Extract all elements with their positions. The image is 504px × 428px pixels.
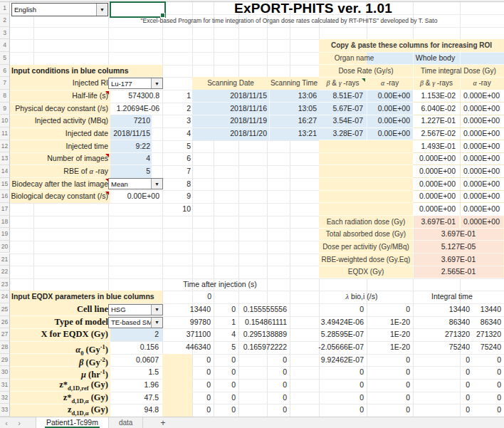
chevron-down-icon[interactable]: ▼ — [151, 318, 162, 328]
scan-date-cell[interactable]: 2018/11/15 — [192, 90, 267, 103]
row-header-11[interactable]: 11 — [0, 127, 10, 140]
fraction-cell[interactable]: 0.295138889 — [238, 328, 287, 341]
lambda-cell[interactable]: -2.05666E-07 — [290, 341, 364, 354]
integral-alpha-cell[interactable]: 0.000E+00 — [460, 115, 500, 127]
lambda2-cell[interactable]: 0 — [367, 303, 410, 316]
row-header-8[interactable]: 8 — [0, 90, 10, 103]
fraction-cell[interactable]: 0 — [238, 404, 287, 417]
scan-time-cell[interactable]: 13:21 — [269, 127, 317, 140]
lambda-cell[interactable]: 0 — [290, 404, 364, 417]
chevron-down-icon[interactable]: ▼ — [151, 305, 162, 315]
lambda-cell[interactable]: 9.92462E-07 — [290, 354, 364, 367]
scan-index-cell[interactable]: 1 — [162, 90, 191, 103]
integral-alpha-cell[interactable]: 0.000E+00 — [460, 103, 500, 115]
injected-ri-dropdown[interactable]: Lu-177▼ — [108, 78, 163, 89]
lambda2-cell[interactable]: 0 — [367, 392, 410, 404]
scan-index-cell[interactable]: 7 — [162, 165, 191, 178]
fraction-cell[interactable]: 0 — [238, 366, 287, 379]
scan-date-cell[interactable]: 2018/11/20 — [192, 127, 267, 140]
row-header-25[interactable]: 25 — [0, 303, 10, 316]
integral-alpha-cell[interactable]: 0.000E+00 — [460, 127, 500, 140]
lambda-cell[interactable]: 5.28595E-07 — [290, 328, 364, 341]
fraction-cell[interactable]: 0.155555556 — [238, 303, 287, 316]
integral-time2-cell[interactable]: 0 — [441, 392, 501, 404]
index-cell[interactable]: 1 — [214, 316, 236, 329]
row-header-3[interactable]: 3 — [0, 27, 10, 40]
dose-rate-bg-cell[interactable]: 3.54E-07 — [319, 115, 363, 127]
scan-time-cell[interactable]: 16:27 — [269, 115, 317, 127]
integral-time2-cell[interactable]: 0 — [441, 379, 501, 392]
scan-time-cell[interactable]: 13:05 — [269, 103, 317, 115]
input-value-cell[interactable]: 1.20694E-06 — [110, 103, 159, 115]
integral-bg-cell[interactable]: 2.567E-02 — [413, 127, 456, 140]
row-header-6[interactable]: 6 — [0, 65, 10, 78]
next-sheet-button[interactable]: › — [13, 417, 26, 428]
scan-time-cell[interactable]: 13:06 — [269, 90, 317, 103]
prev-sheet-button[interactable]: ‹ — [0, 417, 13, 428]
result-value-cell[interactable]: 2.565E-01 — [413, 266, 504, 278]
row-header-29[interactable]: 29 — [0, 354, 10, 367]
dose-rate-bg-cell[interactable]: 8.51E-07 — [319, 90, 363, 103]
fraction-cell[interactable]: 0 — [238, 392, 287, 404]
scan-index-cell[interactable]: 5 — [162, 140, 191, 153]
selected-cell[interactable] — [110, 1, 166, 18]
integral-alpha-cell[interactable]: 0.000E+00 — [460, 190, 500, 203]
row-header-21[interactable]: 21 — [0, 254, 10, 266]
scan-index-cell[interactable]: 4 — [162, 127, 191, 140]
row-header-13[interactable]: 13 — [0, 152, 10, 165]
eqdx-value-cell[interactable]: 0.156 — [110, 341, 159, 354]
integral-bg-cell[interactable]: 0.000E+00 — [413, 165, 456, 178]
row-header-10[interactable]: 10 — [0, 115, 10, 127]
chevron-down-icon[interactable]: ▼ — [151, 78, 162, 88]
result-value-cell[interactable]: 3.697E-01 — [413, 228, 504, 241]
cell-line-dropdown[interactable]: HSG▼ — [108, 304, 163, 315]
scan-index-cell[interactable]: 10 — [162, 203, 191, 216]
scan-date-cell[interactable]: 2018/11/19 — [192, 115, 267, 127]
result-value-cell[interactable]: 3.697E-01 — [413, 254, 504, 266]
integral-alpha-cell[interactable]: 0.000E+00 — [460, 152, 500, 165]
integral-bg-cell[interactable]: 1.493E-01 — [413, 140, 456, 153]
integral-alpha-cell[interactable]: 0.000E+00 — [460, 203, 500, 216]
lambda2-cell[interactable]: 1E-20 — [367, 328, 410, 341]
input-value-cell[interactable]: 2018/11/15 — [110, 127, 150, 140]
integral-bg-cell[interactable]: 0.000E+00 — [413, 152, 456, 165]
scan-index-cell[interactable]: 6 — [162, 152, 191, 165]
fraction-cell[interactable]: 0 — [238, 379, 287, 392]
time-cell[interactable]: 0 — [164, 366, 211, 379]
lambda-cell[interactable]: 0 — [290, 392, 364, 404]
eqdx-value-cell[interactable]: 2 — [110, 328, 159, 341]
scan-index-cell[interactable]: 2 — [162, 103, 191, 115]
eqdx-value-cell[interactable]: 1.5 — [110, 366, 159, 379]
lambda2-cell[interactable]: 1E-20 — [367, 316, 410, 329]
time-cell[interactable]: 0 — [164, 379, 211, 392]
integral-time2-cell[interactable]: 271320 — [441, 328, 501, 341]
integral-time2-cell[interactable]: 0 — [441, 366, 501, 379]
eqdx-value-cell[interactable]: 1.96 — [110, 379, 159, 392]
row-header-7[interactable]: 7 — [0, 77, 10, 90]
integral-time2-cell[interactable]: 75240 — [441, 341, 501, 354]
chevron-down-icon[interactable]: ▼ — [151, 179, 162, 189]
row-header-31[interactable]: 31 — [0, 379, 10, 392]
eqdx-value-cell[interactable]: 0.0607 — [110, 354, 159, 367]
fraction-cell[interactable]: 0.154861111 — [238, 316, 287, 329]
time-cell[interactable]: 13440 — [164, 303, 211, 316]
add-sheet-button[interactable]: + — [153, 417, 172, 428]
integral-bg-cell[interactable]: 1.227E-01 — [413, 115, 456, 127]
lambda2-cell[interactable]: 0 — [367, 379, 410, 392]
eqdx-value-cell[interactable]: 94.8 — [110, 404, 159, 417]
lambda2-cell[interactable]: 0 — [367, 366, 410, 379]
integral-time2-cell[interactable]: 13440 — [441, 303, 501, 316]
index-cell[interactable]: 0 — [214, 303, 236, 316]
row-header-22[interactable]: 22 — [0, 266, 10, 278]
lambda2-cell[interactable]: 0 — [367, 404, 410, 417]
sheet-tab-data[interactable]: data — [109, 417, 143, 428]
chevron-down-icon[interactable]: ▼ — [96, 4, 107, 16]
row-header-30[interactable]: 30 — [0, 366, 10, 379]
time-cell[interactable]: 0 — [164, 354, 211, 367]
time-cell[interactable]: 99780 — [164, 316, 211, 329]
row-header-4[interactable]: 4 — [0, 39, 10, 52]
input-value-cell[interactable]: 0.00E+00 — [110, 190, 159, 203]
row-header-17[interactable]: 17 — [0, 203, 10, 216]
lambda-cell[interactable]: 0 — [290, 303, 364, 316]
index-cell[interactable]: 4 — [214, 328, 236, 341]
